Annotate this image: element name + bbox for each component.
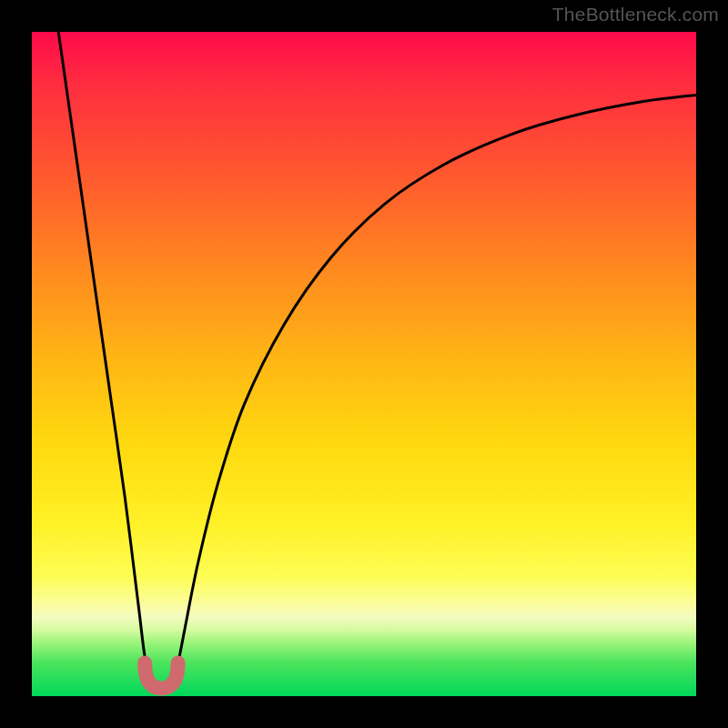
chart-frame: TheBottleneck.com <box>0 0 728 728</box>
watermark-text: TheBottleneck.com <box>552 4 719 25</box>
minimum-marker <box>145 662 178 688</box>
plot-area <box>32 32 696 696</box>
bottleneck-curve-path <box>58 32 696 691</box>
curve-svg <box>32 32 696 696</box>
